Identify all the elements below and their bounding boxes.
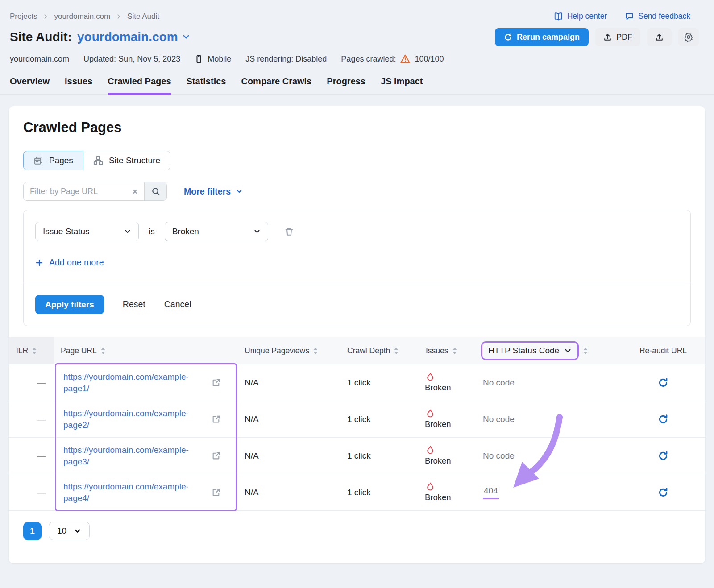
http-status-code-dropdown[interactable]: HTTP Status Code [481,341,579,360]
page-url-link[interactable]: https://yourdomain.com/example-page3/ [63,444,206,468]
campaign-selector[interactable]: yourdomain.com [77,30,190,44]
pagination: 1 10 [9,511,705,563]
column-header-unique-pageviews[interactable]: Unique Pageviews [237,337,340,364]
sort-icon[interactable] [394,348,399,354]
chevron-down-icon [253,228,261,235]
chevron-down-icon [182,33,190,41]
issues-cell: Broken [419,474,476,510]
flame-icon [426,446,435,455]
issue-status-label[interactable]: Broken [425,383,451,393]
plus-icon [35,259,43,267]
crawl-depth-value: 1 click [340,474,419,510]
sort-icon[interactable] [583,348,588,354]
title-row: Site Audit: yourdomain.com Rerun campaig… [0,21,714,46]
sort-icon[interactable] [313,348,318,354]
refresh-icon [504,33,512,41]
ilr-value: — [9,364,54,401]
http-status-404-link[interactable]: 404 [483,486,499,499]
table-row: — https://yourdomain.com/example-page4/ … [9,474,705,511]
tab-overview[interactable]: Overview [10,76,50,94]
sort-icon[interactable] [101,348,105,354]
help-center-link[interactable]: Help center [554,12,607,21]
campaign-meta-row: yourdomain.com Updated: Sun, Nov 5, 2023… [0,46,714,64]
export-button[interactable] [647,28,672,46]
rerun-campaign-button[interactable]: Rerun campaign [495,28,589,46]
pdf-button[interactable]: PDF [595,28,640,46]
send-feedback-link[interactable]: Send feedback [625,12,690,21]
filter-value-select[interactable]: Broken [165,222,268,241]
cancel-button[interactable]: Cancel [164,299,191,310]
crawl-depth-value: 1 click [340,438,419,474]
breadcrumb-projects[interactable]: Projects [10,12,37,21]
table-header: ILR Page URL Unique Pageviews Crawl Dept… [9,337,705,364]
url-filter-input[interactable] [24,182,125,200]
meta-js-rendering: JS rendering: Disabled [245,54,327,64]
external-link-icon[interactable] [212,378,221,387]
reaudit-refresh-icon[interactable] [658,487,668,498]
tab-statistics[interactable]: Statistics [187,76,226,94]
unique-pageviews-value: N/A [237,364,340,401]
chat-bubble-icon [625,12,634,21]
external-link-icon[interactable] [212,451,221,460]
issue-status-label[interactable]: Broken [425,493,451,502]
sitemap-icon [93,156,103,166]
upload-icon [655,33,664,41]
add-one-more-button[interactable]: Add one more [35,257,679,268]
tab-js-impact[interactable]: JS Impact [381,76,423,94]
external-link-icon[interactable] [212,414,221,424]
ilr-value: — [9,438,54,474]
meta-updated: Updated: Sun, Nov 5, 2023 [83,54,180,64]
external-link-icon[interactable] [212,488,221,497]
reaudit-refresh-icon[interactable] [658,377,668,388]
crawl-depth-value: 1 click [340,364,419,401]
page-number-button[interactable]: 1 [23,522,42,540]
reaudit-refresh-icon[interactable] [658,451,668,461]
page-url-link[interactable]: https://yourdomain.com/example-page2/ [63,408,206,431]
tab-issues[interactable]: Issues [65,76,92,94]
filters-panel: Issue Status is Broken [23,210,691,326]
column-header-page-url[interactable]: Page URL [54,337,237,364]
main-tabs: Overview Issues Crawled Pages Statistics… [0,64,714,95]
sort-icon[interactable] [452,348,457,354]
more-filters-button[interactable]: More filters [184,186,243,197]
chevron-down-icon [74,527,81,535]
column-header-crawl-depth[interactable]: Crawl Depth [340,337,419,364]
reaudit-refresh-icon[interactable] [658,414,668,425]
chevron-down-icon [564,347,572,355]
tab-crawled-pages[interactable]: Crawled Pages [108,76,171,94]
column-header-issues[interactable]: Issues [419,337,476,364]
toggle-site-structure[interactable]: Site Structure [83,151,170,170]
settings-button[interactable] [678,28,699,46]
page-url-link[interactable]: https://yourdomain.com/example-page4/ [63,481,206,504]
toggle-pages[interactable]: Pages [23,151,83,170]
table-row: — https://yourdomain.com/example-page3/ … [9,438,705,474]
gear-icon [684,32,693,42]
chevron-down-icon [124,228,131,235]
http-status-value: No code [483,414,515,424]
clear-icon[interactable] [125,182,144,200]
search-icon[interactable] [144,182,166,200]
section-title: Crawled Pages [9,120,705,136]
filter-operator: is [149,227,155,236]
column-header-ilr[interactable]: ILR [9,337,54,364]
breadcrumb-domain[interactable]: yourdomain.com [54,12,110,21]
tab-progress[interactable]: Progress [327,76,365,94]
book-icon [554,12,563,21]
page-url-link[interactable]: https://yourdomain.com/example-page1/ [63,371,206,394]
issues-cell: Broken [419,401,476,437]
tab-compare-crawls[interactable]: Compare Crawls [241,76,311,94]
ilr-value: — [9,401,54,437]
filter-field-select[interactable]: Issue Status [35,222,139,241]
issue-status-label[interactable]: Broken [425,456,451,466]
page-size-select[interactable]: 10 [49,522,90,540]
issue-status-label[interactable]: Broken [425,419,451,429]
warning-triangle-icon [400,54,410,64]
http-status-value: No code [483,451,515,461]
sort-icon[interactable] [32,348,37,354]
trash-icon[interactable] [284,227,294,236]
unique-pageviews-value: N/A [237,474,340,510]
chevron-right-icon [42,13,49,20]
apply-filters-button[interactable]: Apply filters [35,295,104,314]
chevron-down-icon [236,188,243,195]
reset-button[interactable]: Reset [123,299,145,310]
